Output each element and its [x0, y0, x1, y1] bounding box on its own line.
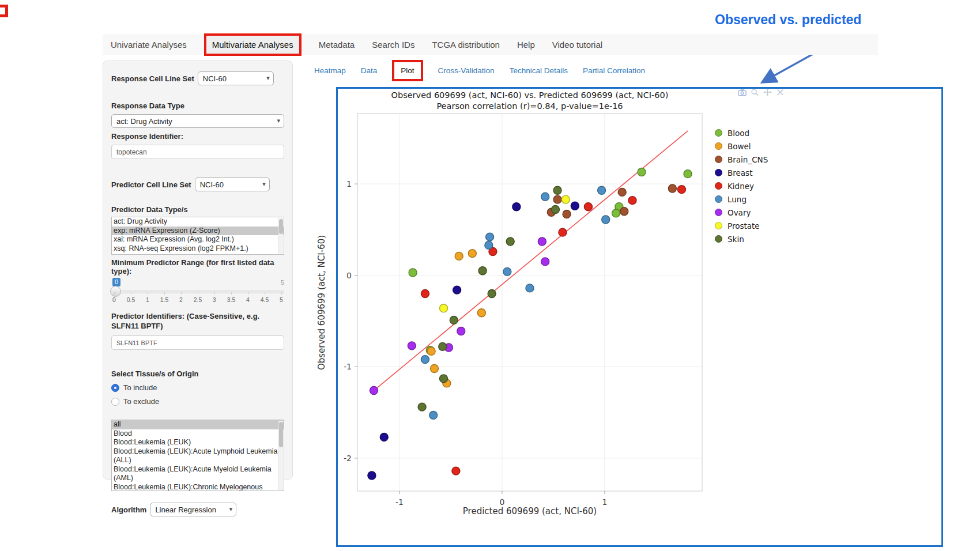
tab-partial-correlation[interactable]: Partial Correlation — [583, 66, 645, 75]
tab-plot[interactable]: Plot — [392, 60, 423, 81]
slider-handle[interactable] — [110, 286, 121, 297]
data-point-skin[interactable] — [450, 316, 458, 324]
algorithm-select[interactable]: Linear Regression ▾ — [150, 503, 236, 516]
data-point-kidney[interactable] — [421, 289, 429, 297]
nav-item-tcga-distribution[interactable]: TCGA distribution — [432, 40, 500, 50]
legend-item-lung[interactable]: Lung — [715, 193, 768, 206]
predictor-cell-line-set-select[interactable]: NCI-60 ▾ — [195, 178, 270, 191]
data-point-kidney[interactable] — [628, 197, 636, 205]
tissue-option-blood-leukemia-leuk-chronic-myelogenous-leukemia-cml[interactable]: Blood:Leukemia (LEUK):Chronic Myelogenou… — [112, 483, 284, 492]
plot-area[interactable] — [357, 114, 702, 491]
data-point-lung[interactable] — [485, 241, 493, 249]
data-point-bowel[interactable] — [455, 252, 463, 260]
data-point-prostate[interactable] — [561, 195, 570, 203]
legend-item-bowel[interactable]: Bowel — [715, 139, 768, 153]
scrollbar[interactable] — [278, 421, 283, 490]
data-point-skin[interactable] — [506, 237, 514, 246]
data-point-kidney[interactable] — [452, 467, 460, 475]
tab-technical-details[interactable]: Technical Details — [510, 66, 568, 75]
data-point-lung[interactable] — [486, 233, 494, 241]
option-xai-mrna-expression-avg-log2-int[interactable]: xai: mRNA Expression (Avg. log2 Int.) — [112, 235, 284, 244]
data-point-skin[interactable] — [478, 267, 487, 275]
radio-to-exclude[interactable]: To exclude — [111, 397, 284, 406]
predictor-identifiers-input[interactable] — [111, 335, 284, 350]
tissue-option-blood-leukemia-leuk-acute-lymphoid-leukemia-all[interactable]: Blood:Leukemia (LEUK):Acute Lymphoid Leu… — [112, 447, 284, 465]
tissue-option-all[interactable]: all — [112, 420, 284, 429]
data-point-brain-cns[interactable] — [668, 184, 676, 193]
data-point-ovary[interactable] — [457, 327, 465, 335]
data-point-kidney[interactable] — [677, 186, 685, 194]
legend-item-prostate[interactable]: Prostate — [715, 219, 768, 232]
tissue-listbox[interactable]: allBloodBlood:Leukemia (LEUK)Blood:Leuke… — [111, 420, 284, 491]
predictor-data-types-listbox[interactable]: act: Drug Activityexp: mRNA Expression (… — [111, 217, 284, 255]
data-point-lung[interactable] — [541, 193, 549, 201]
option-xsq-rna-seq-expression-log2-fpkm-1[interactable]: xsq: RNA-seq Expression (log2 FPKM+1.) — [112, 244, 284, 254]
data-point-skin[interactable] — [553, 186, 561, 194]
scatter-plot[interactable]: -10110-1-2 — [311, 84, 715, 527]
data-point-lung[interactable] — [429, 411, 438, 419]
pan-icon[interactable] — [763, 88, 772, 96]
data-point-skin[interactable] — [439, 342, 447, 350]
data-point-blood[interactable] — [612, 209, 620, 217]
data-point-brain-cns[interactable] — [563, 210, 571, 218]
data-point-bowel[interactable] — [468, 250, 476, 258]
nav-item-multivariate-analyses[interactable]: Multivariate Analyses — [204, 33, 301, 56]
legend-item-kidney[interactable]: Kidney — [715, 179, 768, 193]
data-point-lung[interactable] — [526, 284, 534, 292]
data-point-ovary[interactable] — [541, 258, 549, 266]
data-point-skin[interactable] — [440, 375, 448, 383]
legend-item-brain-cns[interactable]: Brain_CNS — [715, 153, 768, 166]
data-point-blood[interactable] — [409, 269, 417, 277]
data-point-bowel[interactable] — [427, 347, 435, 355]
reset-icon[interactable] — [776, 88, 785, 96]
data-point-bowel[interactable] — [477, 309, 485, 317]
response-data-type-select[interactable]: act: Drug Activity ▾ — [111, 114, 284, 128]
tissue-option-blood-leukemia-leuk[interactable]: Blood:Leukemia (LEUK) — [112, 438, 284, 447]
data-point-kidney[interactable] — [559, 228, 567, 236]
response-identifier-input[interactable] — [111, 145, 284, 159]
nav-item-metadata[interactable]: Metadata — [319, 40, 355, 50]
response-cell-line-set-select[interactable]: NCI-60 ▾ — [198, 71, 274, 85]
data-point-ovary[interactable] — [408, 342, 416, 350]
data-point-ovary[interactable] — [538, 237, 546, 246]
data-point-kidney[interactable] — [584, 203, 592, 211]
tissue-option-blood-leukemia-leuk-acute-myeloid-leukemia-aml[interactable]: Blood:Leukemia (LEUK):Acute Myeloid Leuk… — [112, 465, 284, 483]
data-point-blood[interactable] — [638, 168, 646, 176]
data-point-skin[interactable] — [551, 206, 559, 214]
legend-item-blood[interactable]: Blood — [715, 126, 768, 139]
data-point-brain-cns[interactable] — [620, 207, 628, 216]
data-point-breast[interactable] — [571, 202, 579, 210]
data-point-bowel[interactable] — [430, 364, 438, 372]
data-point-prostate[interactable] — [440, 304, 448, 312]
camera-icon[interactable] — [738, 88, 747, 96]
data-point-blood[interactable] — [684, 170, 692, 178]
data-point-breast[interactable] — [380, 433, 388, 441]
tissue-option-blood[interactable]: Blood — [112, 429, 284, 439]
data-point-brain-cns[interactable] — [618, 188, 626, 196]
nav-item-help[interactable]: Help — [517, 40, 535, 50]
legend-item-ovary[interactable]: Ovary — [715, 206, 768, 219]
tab-data[interactable]: Data — [361, 66, 378, 75]
option-act-drug-activity[interactable]: act: Drug Activity — [112, 217, 284, 227]
data-point-breast[interactable] — [453, 286, 461, 294]
data-point-lung[interactable] — [421, 356, 429, 364]
option-exp-mrna-expression-z-score[interactable]: exp: mRNA Expression (Z-Score) — [112, 227, 284, 236]
zoom-icon[interactable] — [751, 88, 759, 96]
data-point-lung[interactable] — [598, 186, 606, 194]
nav-item-video-tutorial[interactable]: Video tutorial — [552, 40, 602, 50]
data-point-breast[interactable] — [512, 203, 521, 211]
nav-item-univariate-analyses[interactable]: Univariate Analyses — [111, 40, 187, 50]
data-point-brain-cns[interactable] — [553, 195, 561, 203]
data-point-skin[interactable] — [488, 289, 496, 297]
nav-item-search-ids[interactable]: Search IDs — [372, 40, 414, 50]
tab-heatmap[interactable]: Heatmap — [314, 66, 346, 75]
tab-cross-validation[interactable]: Cross-Validation — [438, 66, 495, 75]
data-point-lung[interactable] — [503, 267, 511, 276]
data-point-ovary[interactable] — [370, 387, 378, 395]
data-point-lung[interactable] — [602, 216, 610, 224]
legend-item-skin[interactable]: Skin — [715, 232, 768, 246]
scrollbar[interactable] — [278, 218, 283, 254]
data-point-skin[interactable] — [418, 403, 426, 411]
legend-item-breast[interactable]: Breast — [715, 166, 768, 179]
radio-to-include[interactable]: To include — [111, 383, 284, 392]
